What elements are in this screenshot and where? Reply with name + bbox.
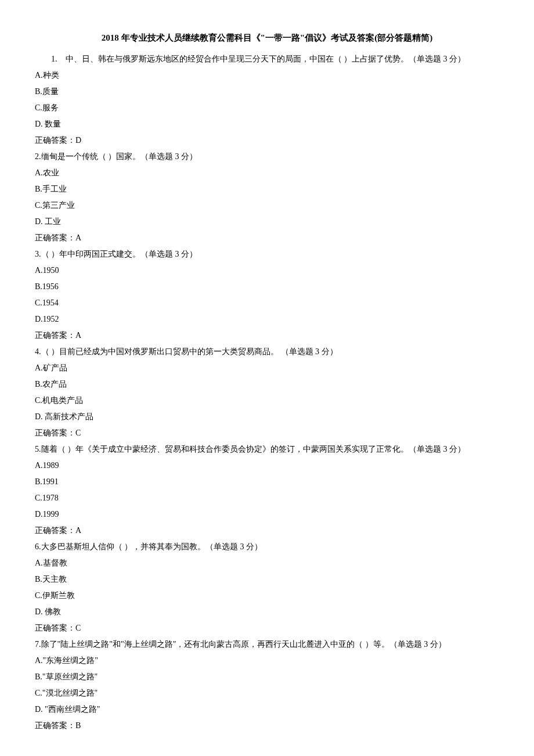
option: B.手工业 — [35, 181, 499, 197]
q-num: 7. — [35, 640, 41, 649]
q-num: 5. — [35, 445, 41, 453]
option: A.矿产品 — [35, 360, 499, 376]
answer: 正确答案：C — [35, 620, 499, 636]
question-stem: 5.随着（ ）年《关于成立中蒙经济、贸易和科技合作委员会协定》的签订，中蒙两国关… — [35, 441, 499, 458]
q-num: 1. — [51, 55, 57, 63]
answer: 正确答案：A — [35, 523, 499, 539]
answer: 正确答案：D — [35, 132, 499, 149]
answer: 正确答案：B — [35, 718, 499, 734]
question-stem: 4.（ ）目前已经成为中国对俄罗斯出口贸易中的第一大类贸易商品。 （单选题 3 … — [35, 344, 499, 360]
q-text: （ ）目前已经成为中国对俄罗斯出口贸易中的第一大类贸易商品。 （单选题 3 分） — [41, 347, 338, 356]
q-text: 缅甸是一个传统（ ）国家。（单选题 3 分） — [41, 152, 198, 161]
question-stem: 6.大多巴基斯坦人信仰（ ），并将其奉为国教。（单选题 3 分） — [35, 539, 499, 555]
option: A.种类 — [35, 67, 499, 84]
q-text: 随着（ ）年《关于成立中蒙经济、贸易和科技合作委员会协定》的签订，中蒙两国关系实… — [41, 445, 466, 453]
option: C.机电类产品 — [35, 393, 499, 409]
option: D. 佛教 — [35, 604, 499, 620]
answer: 正确答案：C — [35, 425, 499, 441]
option: C.服务 — [35, 100, 499, 116]
question-stem: 7.除了"陆上丝绸之路"和"海上丝绸之路"，还有北向蒙古高原，再西行天山北麓进入… — [35, 636, 499, 653]
q-num: 6. — [35, 542, 41, 551]
option: B.天主教 — [35, 571, 499, 588]
q-text: （ ）年中印两国正式建交。（单选题 3 分） — [41, 250, 198, 258]
q-num: 2. — [35, 152, 41, 161]
q-text: 除了"陆上丝绸之路"和"海上丝绸之路"，还有北向蒙古高原，再西行天山北麓进入中亚… — [41, 640, 446, 649]
option: A.农业 — [35, 165, 499, 181]
option: A.基督教 — [35, 555, 499, 571]
option: D. 数量 — [35, 116, 499, 132]
option: C.1954 — [35, 295, 499, 311]
option: C.1978 — [35, 490, 499, 506]
question-stem: 2.缅甸是一个传统（ ）国家。（单选题 3 分） — [35, 149, 499, 165]
q-text: 中、日、韩在与俄罗斯远东地区的经贸合作中呈现三分天下的局面，中国在（ ）上占据了… — [66, 55, 466, 63]
option: D. 高新技术产品 — [35, 409, 499, 425]
option: D.1999 — [35, 506, 499, 523]
option: D. 工业 — [35, 214, 499, 230]
question-stem: 3.（ ）年中印两国正式建交。（单选题 3 分） — [35, 246, 499, 262]
option: B.1956 — [35, 279, 499, 295]
option: A."东海丝绸之路" — [35, 653, 499, 669]
option: A.1989 — [35, 458, 499, 474]
q-text: 大多巴基斯坦人信仰（ ），并将其奉为国教。（单选题 3 分） — [41, 542, 263, 551]
option: B.农产品 — [35, 376, 499, 393]
question-stem: 1. 中、日、韩在与俄罗斯远东地区的经贸合作中呈现三分天下的局面，中国在（ ）上… — [35, 51, 499, 67]
option: B."草原丝绸之路" — [35, 669, 499, 685]
option: D.1952 — [35, 311, 499, 327]
option: B.1991 — [35, 474, 499, 490]
q-num: 4. — [35, 347, 41, 356]
q-num: 3. — [35, 250, 41, 258]
answer: 正确答案：A — [35, 327, 499, 344]
option: C.第三产业 — [35, 197, 499, 214]
answer: 正确答案：A — [35, 230, 499, 246]
document-title: 2018 年专业技术人员继续教育公需科目《"一带一路"倡议》考试及答案(部分答题… — [35, 29, 499, 46]
option: B.质量 — [35, 84, 499, 100]
option: D. "西南丝绸之路" — [35, 701, 499, 718]
option: C.伊斯兰教 — [35, 588, 499, 604]
option: A.1950 — [35, 262, 499, 279]
option: C."漠北丝绸之路" — [35, 685, 499, 701]
